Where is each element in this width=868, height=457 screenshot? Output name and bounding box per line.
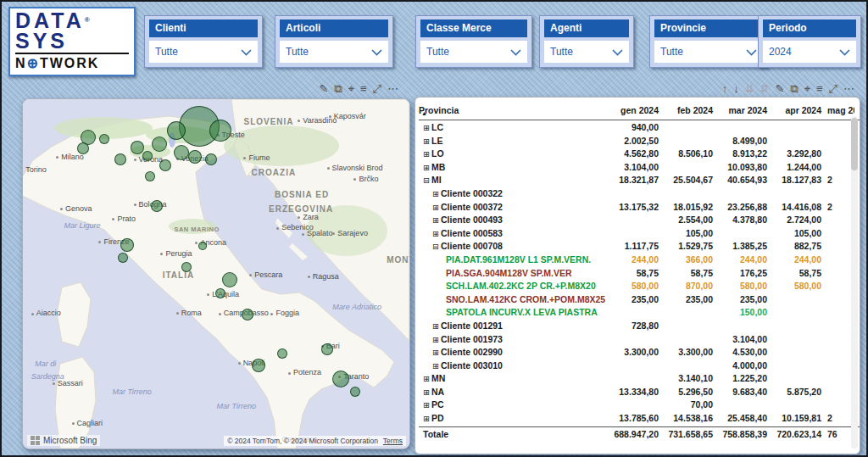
map-label: Brčko (353, 175, 378, 183)
expand-icon[interactable]: ⊞ (421, 148, 431, 161)
expand-icon[interactable]: ⊞ (431, 187, 441, 201)
map-bubble[interactable] (252, 359, 265, 372)
expand-icon[interactable]: ⊞ (431, 359, 441, 373)
slicer-articoli: ArticoliTutte (275, 15, 393, 68)
value-cell: 150,00 (717, 306, 771, 320)
expand-icon[interactable]: ⊞ (421, 135, 431, 148)
expand-next-level-icon[interactable]: ⇊ (745, 82, 754, 96)
expand-icon[interactable]: ⊞ (421, 398, 431, 412)
drill-down-icon[interactable]: ↓ (733, 82, 739, 96)
row-header-cell: ⊞MN (419, 372, 609, 386)
map-label: BOSNIA ED (275, 190, 329, 199)
expand-icon[interactable]: ⊞ (431, 227, 441, 241)
focus-mode-icon[interactable]: ⤢ (373, 82, 381, 96)
map-bubble[interactable] (151, 200, 163, 212)
expand-icon[interactable]: ⊞ (421, 372, 431, 386)
collapse-icon[interactable]: ⊟ (421, 174, 431, 187)
column-header-month[interactable]: mar 2024 (717, 104, 771, 116)
column-header-month[interactable]: apr 2024 (771, 104, 826, 116)
map-label: Sardegna (31, 372, 64, 381)
value-cell: 2.002,50 (609, 135, 663, 148)
collapse-icon[interactable]: ⊟ (431, 240, 441, 254)
map-bubble[interactable] (242, 309, 253, 320)
map-label: Fiume (243, 153, 270, 162)
drill-up-icon[interactable]: ↑ (722, 82, 728, 96)
value-cell: 2 (826, 201, 854, 215)
more-options-icon[interactable]: ⋯ (387, 82, 398, 96)
slicer-dropdown[interactable]: Tutte (280, 41, 388, 63)
map-bubble[interactable] (198, 242, 207, 250)
map-bubble[interactable] (222, 272, 237, 287)
value-cell: 58,75 (609, 267, 663, 281)
map-bubble[interactable] (332, 371, 349, 387)
map-bubble[interactable] (114, 153, 126, 165)
expand-icon[interactable]: ⊞ (421, 161, 431, 175)
map-label: MONTEN (387, 255, 410, 265)
slicer-dropdown[interactable]: Tutte (544, 41, 629, 63)
map-label: SAN MARINO (174, 226, 219, 233)
row-header-cell: PIA.DAT.961M128V L1 SP.M.VERN. (419, 254, 609, 267)
slicer-dropdown[interactable]: 2024 (763, 41, 856, 63)
value-cell: 1.117,75 (609, 240, 663, 254)
row-label: PIA.DAT.961M128V L1 SP.M.VERN. (446, 254, 591, 265)
row-header-cell: ⊞Cliente 000493 (419, 214, 609, 227)
expand-icon[interactable]: ⊞ (431, 320, 441, 333)
vertical-scrollbar[interactable] (851, 116, 858, 449)
column-header-month[interactable]: feb 2024 (663, 104, 717, 116)
scrollbar-thumb[interactable] (851, 118, 858, 170)
value-cell: 23.256,88 (717, 201, 771, 215)
focus-mode-icon[interactable]: ⤢ (829, 82, 837, 96)
table-row: ⊞LC940,00 (419, 121, 860, 135)
map-bubble[interactable] (77, 142, 89, 154)
row-header-cell: ⊞PC (419, 398, 609, 412)
pin-icon[interactable]: ⌖ (804, 82, 810, 96)
map-bubble[interactable] (99, 134, 109, 144)
expand-icon[interactable]: ⊞ (421, 121, 431, 135)
bing-logo[interactable]: Microsoft Bing (27, 435, 100, 446)
map-bubble[interactable] (159, 159, 171, 171)
row-header-cell: ⊞Cliente 002990 (419, 346, 609, 359)
expand-icon[interactable]: ⊞ (431, 214, 441, 227)
map-bubble[interactable] (152, 137, 167, 152)
column-header-provincia[interactable]: Provincia▲ (419, 104, 609, 116)
map-bubble[interactable] (350, 387, 360, 397)
slicer-dropdown[interactable]: Tutte (420, 41, 527, 63)
eraser-icon[interactable]: ✎ (775, 82, 784, 96)
copy-icon[interactable]: ⧉ (334, 82, 342, 96)
registered-mark: ® (85, 16, 90, 24)
value-cell: 244,00 (771, 254, 826, 267)
expand-icon[interactable]: ⊞ (421, 386, 431, 399)
slicer-dropdown[interactable]: Tutte (654, 41, 763, 63)
map-bubble[interactable] (120, 238, 134, 252)
sort-ascending-icon: ▲ (421, 108, 427, 116)
filter-icon[interactable]: ≡ (816, 82, 823, 96)
terms-link[interactable]: Terms (383, 437, 403, 445)
expand-all-icon[interactable]: ⇵ (760, 82, 770, 96)
map-bubble[interactable] (321, 343, 333, 355)
expand-icon[interactable]: ⊞ (431, 346, 441, 359)
eraser-icon[interactable]: ✎ (319, 82, 328, 96)
slicer-dropdown[interactable]: Tutte (149, 41, 258, 63)
value-cell: 105,00 (663, 227, 717, 241)
map-label: Sarajevo (332, 229, 368, 237)
copy-icon[interactable]: ⧉ (790, 82, 798, 96)
more-options-icon[interactable]: ⋯ (843, 82, 854, 96)
map-bubble[interactable] (277, 348, 287, 359)
row-label: LO (431, 148, 444, 159)
slicer-agenti: AgentiTutte (539, 15, 634, 68)
column-header-month[interactable]: gen 2024 (609, 104, 663, 116)
map-bubble[interactable] (145, 171, 155, 181)
map-label: Prato (112, 215, 136, 223)
row-label: Cliente 002990 (441, 347, 503, 357)
value-cell: 940,00 (609, 121, 663, 135)
filter-icon[interactable]: ≡ (360, 82, 367, 96)
expand-icon[interactable]: ⊞ (431, 333, 441, 347)
value-cell: 4.378,80 (717, 214, 771, 227)
map-bubble[interactable] (205, 153, 217, 165)
column-header-month[interactable]: mag 2024 (826, 104, 854, 116)
map-bubble[interactable] (167, 121, 186, 140)
expand-icon[interactable]: ⊞ (421, 412, 431, 426)
expand-icon[interactable]: ⊞ (431, 201, 441, 215)
pin-icon[interactable]: ⌖ (348, 82, 354, 96)
map-bubble[interactable] (118, 253, 128, 263)
